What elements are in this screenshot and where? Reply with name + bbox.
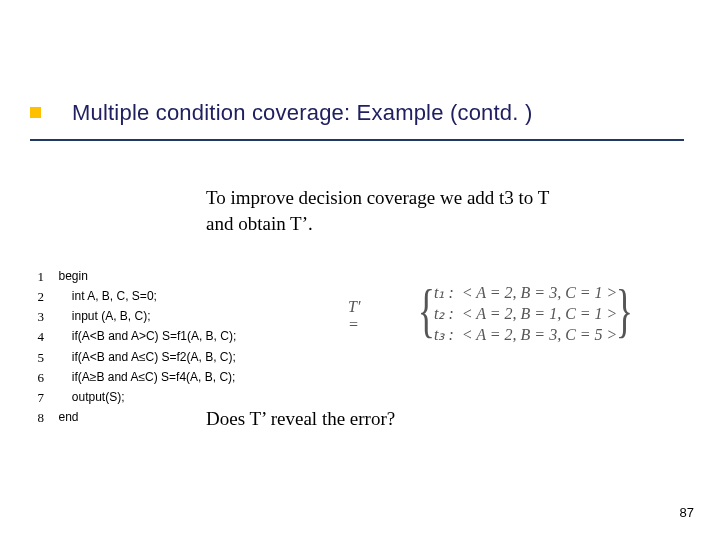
formula-rows: t₁ :< A = 2, B = 3, C = 1 > t₂ :< A = 2,… xyxy=(430,282,621,345)
intro-line-1: To improve decision coverage we add t3 t… xyxy=(206,187,549,208)
code-text: if(A<B and A>C) S=f1(A, B, C); xyxy=(72,329,236,343)
code-text: int A, B, C, S=0; xyxy=(72,289,157,303)
slide-title: Multiple condition coverage: Example (co… xyxy=(72,100,532,126)
code-indent xyxy=(48,267,59,287)
code-row: 6 if(A≥B and A≤C) S=f4(A, B, C); xyxy=(30,368,240,388)
code-row: 2 int A, B, C, S=0; xyxy=(30,287,240,307)
intro-line-2: and obtain T’. xyxy=(206,213,313,234)
title-underline xyxy=(30,139,684,141)
code-text: input (A, B, C); xyxy=(72,309,151,323)
line-num: 6 xyxy=(30,368,48,388)
code-text: if(A<B and A≤C) S=f2(A, B, C); xyxy=(72,350,236,364)
line-num: 7 xyxy=(30,388,48,408)
pseudocode-listing: 1 begin 2 int A, B, C, S=0; 3 input (A, … xyxy=(30,267,240,428)
t-value: < A = 2, B = 1, C = 1 > xyxy=(458,303,622,324)
line-num: 3 xyxy=(30,307,48,327)
page-number: 87 xyxy=(680,505,694,520)
line-num: 8 xyxy=(30,408,48,428)
right-brace-icon: } xyxy=(616,280,633,340)
code-text: output(S); xyxy=(72,390,125,404)
question-text: Does T’ reveal the error? xyxy=(206,408,395,430)
slide: Multiple condition coverage: Example (co… xyxy=(0,0,720,540)
code-row: 5 if(A<B and A≤C) S=f2(A, B, C); xyxy=(30,348,240,368)
code-row: 4 if(A<B and A>C) S=f1(A, B, C); xyxy=(30,327,240,347)
line-num: 1 xyxy=(30,267,48,287)
formula-lhs: T′ = xyxy=(348,298,360,334)
code-text: if(A≥B and A≤C) S=f4(A, B, C); xyxy=(72,370,236,384)
code-row: 7 output(S); xyxy=(30,388,240,408)
line-num: 2 xyxy=(30,287,48,307)
accent-square-icon xyxy=(30,107,41,118)
code-text: begin xyxy=(59,267,241,287)
t-value: < A = 2, B = 3, C = 1 > xyxy=(458,282,622,303)
code-row: 3 input (A, B, C); xyxy=(30,307,240,327)
line-num: 5 xyxy=(30,348,48,368)
line-num: 4 xyxy=(30,327,48,347)
code-row: 1 begin xyxy=(30,267,240,287)
code-table: 1 begin 2 int A, B, C, S=0; 3 input (A, … xyxy=(30,267,240,428)
t-value: < A = 2, B = 3, C = 5 > xyxy=(458,324,622,345)
left-brace-icon: { xyxy=(418,280,435,340)
intro-text: To improve decision coverage we add t3 t… xyxy=(206,185,549,236)
